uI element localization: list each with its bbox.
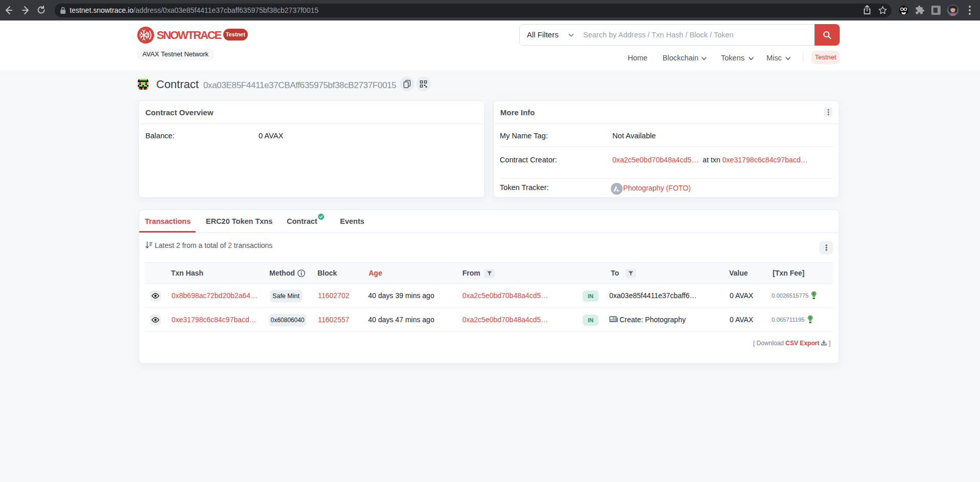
svg-text:$: $: [813, 292, 815, 296]
svg-text:$: $: [809, 316, 812, 320]
